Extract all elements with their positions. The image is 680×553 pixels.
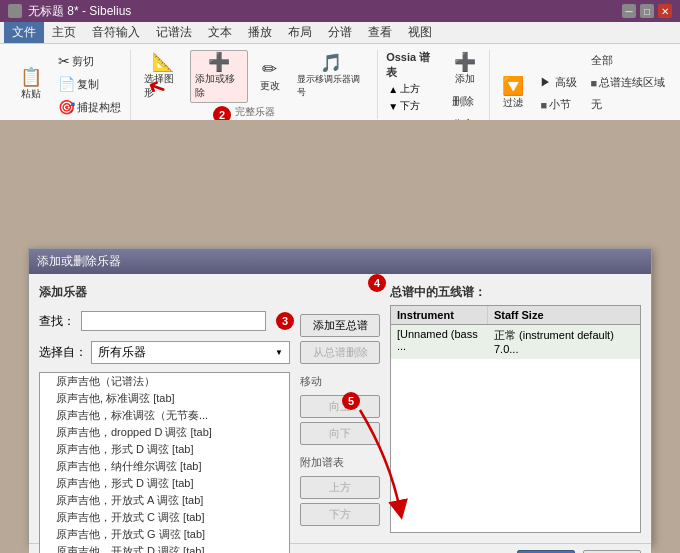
instrument-family-dropdown[interactable]: 所有乐器 bbox=[91, 341, 290, 364]
move-section-label: 移动 bbox=[300, 374, 380, 389]
add-above-btn[interactable]: 上方 bbox=[300, 476, 380, 499]
copy-label: 复制 bbox=[77, 77, 99, 92]
badge-4: 4 bbox=[368, 274, 386, 292]
app-icon bbox=[8, 4, 22, 18]
list-item[interactable]: 原声吉他，纳什维尔调弦 [tab] bbox=[40, 458, 289, 475]
menu-text[interactable]: 文本 bbox=[200, 22, 240, 43]
change-icon: ✏ bbox=[262, 60, 277, 78]
list-item[interactable]: 原声吉他（记谱法） bbox=[40, 373, 289, 390]
menu-file[interactable]: 文件 bbox=[4, 22, 44, 43]
ribbon-group-instrument: 📐 选择图形 ➕ 添加或移除 ✏ 更改 🎵 显示移调乐器调号 完整乐器 bbox=[133, 50, 378, 119]
capture-label: 捕捉构想 bbox=[77, 100, 121, 115]
list-item[interactable]: 原声吉他，开放式 D 调弦 [tab] bbox=[40, 543, 289, 553]
filter-icon: 🔽 bbox=[502, 77, 524, 95]
dialog-background: 添加或删除乐器 添加乐器 查找： 3 选择自： 所有乐器 bbox=[0, 120, 680, 553]
close-btn[interactable]: ✕ bbox=[658, 4, 672, 18]
delete-btn[interactable]: 删除 bbox=[447, 91, 483, 112]
score-continuous-btn[interactable]: ■ 总谱连续区域 bbox=[586, 72, 671, 93]
none-btn[interactable]: 无 bbox=[586, 94, 671, 115]
select-shape-btn[interactable]: 📐 选择图形 bbox=[139, 50, 188, 103]
remove-from-score-btn[interactable]: 从总谱删除 bbox=[300, 341, 380, 364]
add-icon: ➕ bbox=[454, 53, 476, 71]
add-label: 添加 bbox=[455, 72, 475, 86]
select-shape-icon: 📐 bbox=[152, 53, 174, 71]
capture-btn[interactable]: 🎯 捕捉构想 bbox=[53, 96, 126, 118]
dialog-title: 添加或删除乐器 bbox=[37, 253, 121, 270]
ossia-down-btn[interactable]: ▼ 下方 bbox=[386, 98, 439, 114]
window-title: 无标题 8* - Sibelius bbox=[28, 3, 131, 20]
search-row: 查找： 3 bbox=[39, 311, 290, 331]
filter-label: 过滤 bbox=[503, 96, 523, 110]
add-to-score-btn[interactable]: 添加至总谱 bbox=[300, 314, 380, 337]
add-instruments-panel: 添加乐器 查找： 3 选择自： 所有乐器 原声吉他（记谱法） 原声吉他, 标准调… bbox=[39, 284, 290, 533]
cut-icon: ✂ bbox=[58, 53, 70, 69]
dialog-title-bar: 添加或删除乐器 bbox=[29, 249, 651, 274]
measure-label: 小节 bbox=[549, 97, 571, 112]
measure-btn[interactable]: ■ 小节 bbox=[535, 94, 581, 115]
list-item[interactable]: 原声吉他，形式 D 调弦 [tab] bbox=[40, 441, 289, 458]
list-item[interactable]: 原声吉他，开放式 A 调弦 [tab] bbox=[40, 492, 289, 509]
menu-view2[interactable]: 视图 bbox=[400, 22, 440, 43]
ossia-label: Ossia 谱表 bbox=[386, 50, 439, 80]
menu-note-input[interactable]: 音符输入 bbox=[84, 22, 148, 43]
show-transposing-label: 显示移调乐器调号 bbox=[297, 73, 366, 99]
ossia-section: Ossia 谱表 ▲ 上方 ▼ 下方 bbox=[386, 50, 439, 114]
list-item[interactable]: 原声吉他，形式 D 调弦 [tab] bbox=[40, 475, 289, 492]
add-below-btn[interactable]: 下方 bbox=[300, 503, 380, 526]
menu-parts[interactable]: 分谱 bbox=[320, 22, 360, 43]
score-continuous-label: 总谱连续区域 bbox=[599, 75, 665, 90]
add-remove-icon: ➕ bbox=[208, 53, 230, 71]
maximize-btn[interactable]: □ bbox=[640, 4, 654, 18]
ossia-up-icon: ▲ bbox=[388, 84, 398, 95]
menu-bar: 文件 主页 音符输入 记谱法 文本 播放 布局 分谱 查看 视图 bbox=[0, 22, 680, 44]
instrument-col-header: Instrument bbox=[391, 306, 488, 324]
add-remove-instruments-dialog: 添加或删除乐器 添加乐器 查找： 3 选择自： 所有乐器 bbox=[28, 248, 652, 545]
paste-icon: 📋 bbox=[20, 68, 42, 86]
list-item[interactable]: 原声吉他，dropped D 调弦 [tab] bbox=[40, 424, 289, 441]
filter-btn[interactable]: 🔽 过滤 bbox=[495, 74, 531, 113]
all-btn[interactable]: 全部 bbox=[586, 50, 671, 71]
copy-icon: 📄 bbox=[58, 76, 75, 92]
show-transposing-btn[interactable]: 🎵 显示移调乐器调号 bbox=[292, 51, 371, 102]
cut-btn[interactable]: ✂ 剪切 bbox=[53, 50, 126, 72]
menu-playback[interactable]: 播放 bbox=[240, 22, 280, 43]
list-item[interactable]: 原声吉他，标准调弦（无节奏... bbox=[40, 407, 289, 424]
add-remove-btn[interactable]: ➕ 添加或移除 bbox=[190, 50, 248, 103]
move-up-btn[interactable]: 向上 bbox=[300, 395, 380, 418]
score-row[interactable]: [Unnamed (bass ... 正常 (instrument defaul… bbox=[391, 325, 640, 359]
change-btn[interactable]: ✏ 更改 bbox=[250, 57, 290, 96]
menu-home[interactable]: 主页 bbox=[44, 22, 84, 43]
measure-icon: ■ bbox=[540, 99, 547, 111]
all-label: 全部 bbox=[591, 53, 613, 68]
dropdown-value: 所有乐器 bbox=[98, 344, 146, 361]
list-item[interactable]: 原声吉他，开放式 G 调弦 [tab] bbox=[40, 526, 289, 543]
menu-layout[interactable]: 布局 bbox=[280, 22, 320, 43]
score-staves-panel: 总谱中的五线谱： Instrument Staff Size [Unnamed … bbox=[390, 284, 641, 533]
score-staves-list[interactable]: Instrument Staff Size [Unnamed (bass ...… bbox=[390, 305, 641, 533]
search-input[interactable] bbox=[81, 311, 266, 331]
add-instrument-btn[interactable]: ➕ 添加 bbox=[447, 50, 483, 89]
dialog-body: 添加乐器 查找： 3 选择自： 所有乐器 原声吉他（记谱法） 原声吉他, 标准调… bbox=[29, 274, 651, 543]
menu-view1[interactable]: 查看 bbox=[360, 22, 400, 43]
search-label: 查找： bbox=[39, 313, 75, 330]
complete-instrument-label: 完整乐器 bbox=[235, 105, 275, 119]
paste-btn[interactable]: 📋 粘贴 bbox=[11, 65, 51, 104]
select-from-label: 选择自： bbox=[39, 344, 87, 361]
score-instrument-cell: [Unnamed (bass ... bbox=[391, 325, 488, 358]
advanced-btn[interactable]: ▶ 高级 bbox=[535, 72, 581, 93]
move-down-btn[interactable]: 向下 bbox=[300, 422, 380, 445]
change-label: 更改 bbox=[260, 79, 280, 93]
minimize-btn[interactable]: ─ bbox=[622, 4, 636, 18]
list-item[interactable]: 原声吉他, 标准调弦 [tab] bbox=[40, 390, 289, 407]
score-continuous-icon: ■ bbox=[591, 77, 598, 89]
instrument-list[interactable]: 原声吉他（记谱法） 原声吉他, 标准调弦 [tab] 原声吉他，标准调弦（无节奏… bbox=[39, 372, 290, 553]
ossia-up-btn[interactable]: ▲ 上方 bbox=[386, 81, 439, 97]
capture-icon: 🎯 bbox=[58, 99, 75, 115]
copy-btn[interactable]: 📄 复制 bbox=[53, 73, 126, 95]
menu-notation[interactable]: 记谱法 bbox=[148, 22, 200, 43]
score-list-header: Instrument Staff Size bbox=[391, 306, 640, 325]
add-instruments-title: 添加乐器 bbox=[39, 284, 290, 301]
list-item[interactable]: 原声吉他，开放式 C 调弦 [tab] bbox=[40, 509, 289, 526]
advanced-label: ▶ 高级 bbox=[540, 75, 576, 90]
delete-label: 删除 bbox=[452, 94, 474, 109]
